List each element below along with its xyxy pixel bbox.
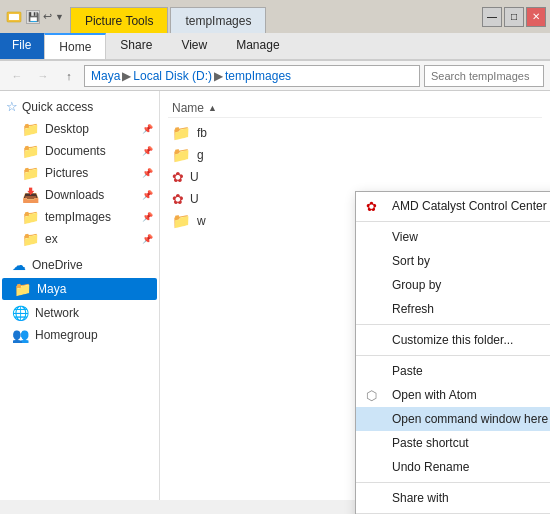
ctx-label-share-with: Share with	[392, 491, 449, 505]
sidebar-label-desktop: Desktop	[45, 122, 89, 136]
title-bar: 💾 ↩ ▼ Picture Tools tempImages — □ ✕	[0, 0, 550, 33]
ctx-item-amd[interactable]: ✿ AMD Catalyst Control Center	[356, 194, 550, 218]
pin-icon: 📌	[142, 146, 153, 156]
sort-arrow: ▲	[208, 103, 217, 113]
save-icon[interactable]: 💾	[26, 10, 40, 24]
ctx-separator-2	[356, 324, 550, 325]
column-name-label: Name	[172, 101, 204, 115]
folder-icon: 📁	[22, 209, 39, 225]
svg-rect-1	[9, 14, 19, 20]
sidebar-item-downloads[interactable]: 📥 Downloads 📌	[0, 184, 159, 206]
sidebar: ☆ Quick access 📁 Desktop 📌 📁 Documents 📌…	[0, 91, 160, 500]
file-item-g[interactable]: 📁 g	[168, 144, 542, 166]
sidebar-item-network[interactable]: 🌐 Network	[0, 302, 159, 324]
title-bar-left: 💾 ↩ ▼	[0, 0, 70, 33]
ctx-label-undo-rename: Undo Rename	[392, 460, 469, 474]
image-icon: ✿	[172, 191, 184, 207]
ctx-item-paste-shortcut[interactable]: Paste shortcut	[356, 431, 550, 455]
folder-icon: 📁	[22, 121, 39, 137]
sidebar-label-maya: Maya	[37, 282, 66, 296]
quick-access-label: Quick access	[22, 100, 93, 114]
title-tab-tempimages[interactable]: tempImages	[170, 7, 266, 33]
file-name: U	[190, 170, 199, 184]
ctx-separator-3	[356, 355, 550, 356]
ctx-label-view: View	[392, 230, 418, 244]
address-bar: ← → ↑ Maya ▶ Local Disk (D:) ▶ tempImage…	[0, 61, 550, 91]
undo-icon[interactable]: ↩	[43, 10, 52, 23]
path-part-tempimages[interactable]: tempImages	[225, 69, 291, 83]
close-button[interactable]: ✕	[526, 7, 546, 27]
ctx-item-customize[interactable]: Customize this folder...	[356, 328, 550, 352]
column-header-name[interactable]: Name ▲	[168, 99, 542, 118]
sidebar-label-ex: ex	[45, 232, 58, 246]
tab-file[interactable]: File	[0, 33, 44, 59]
sidebar-item-maya[interactable]: 📁 Maya	[2, 278, 157, 300]
folder-icon: 📁	[172, 212, 191, 230]
search-input[interactable]	[424, 65, 544, 87]
sidebar-label-documents: Documents	[45, 144, 106, 158]
file-list: Name ▲ 📁 fb 📁 g ✿ U ✿ U 📁 w	[160, 91, 550, 500]
file-item-u1[interactable]: ✿ U	[168, 166, 542, 188]
sidebar-item-ex[interactable]: 📁 ex 📌	[0, 228, 159, 250]
sidebar-item-pictures[interactable]: 📁 Pictures 📌	[0, 162, 159, 184]
tab-share[interactable]: Share	[106, 33, 167, 59]
main-area: ☆ Quick access 📁 Desktop 📌 📁 Documents 📌…	[0, 91, 550, 500]
ctx-item-open-atom[interactable]: ⬡ Open with Atom	[356, 383, 550, 407]
ctx-item-share-with[interactable]: Share with ▶	[356, 486, 550, 510]
ctx-item-undo-rename[interactable]: Undo Rename Ctrl+Z	[356, 455, 550, 479]
address-path[interactable]: Maya ▶ Local Disk (D:) ▶ tempImages	[84, 65, 420, 87]
sidebar-label-tempimages: tempImages	[45, 210, 111, 224]
up-button[interactable]: ↑	[58, 65, 80, 87]
sidebar-label-onedrive: OneDrive	[32, 258, 83, 272]
ctx-label-sortby: Sort by	[392, 254, 430, 268]
ctx-item-groupby[interactable]: Group by ▶	[356, 273, 550, 297]
dropdown-icon[interactable]: ▼	[55, 12, 64, 22]
path-sep-2: ▶	[214, 69, 223, 83]
ribbon-tabs: File Home Share View Manage	[0, 33, 550, 60]
pin-icon: 📌	[142, 234, 153, 244]
amd-icon: ✿	[366, 199, 377, 214]
sidebar-item-desktop[interactable]: 📁 Desktop 📌	[0, 118, 159, 140]
ctx-separator-1	[356, 221, 550, 222]
ctx-item-refresh[interactable]: Refresh	[356, 297, 550, 321]
atom-icon: ⬡	[366, 388, 377, 403]
ctx-label-amd: AMD Catalyst Control Center	[392, 199, 547, 213]
folder-icon: 📁	[22, 165, 39, 181]
minimize-button[interactable]: —	[482, 7, 502, 27]
tab-view[interactable]: View	[167, 33, 222, 59]
sidebar-label-homegroup: Homegroup	[35, 328, 98, 342]
ctx-item-open-cmd[interactable]: Open command window here	[356, 407, 550, 431]
ctx-label-paste-shortcut: Paste shortcut	[392, 436, 469, 450]
sidebar-item-onedrive[interactable]: ☁ OneDrive	[0, 254, 159, 276]
back-button[interactable]: ←	[6, 65, 28, 87]
pin-icon: 📌	[142, 168, 153, 178]
pin-icon: 📌	[142, 212, 153, 222]
ctx-label-refresh: Refresh	[392, 302, 434, 316]
tab-home[interactable]: Home	[44, 33, 106, 59]
folder-icon: 📁	[22, 143, 39, 159]
path-part-maya[interactable]: Maya	[91, 69, 120, 83]
path-sep-1: ▶	[122, 69, 131, 83]
ctx-item-paste[interactable]: Paste	[356, 359, 550, 383]
sidebar-item-homegroup[interactable]: 👥 Homegroup	[0, 324, 159, 346]
sidebar-item-tempimages[interactable]: 📁 tempImages 📌	[0, 206, 159, 228]
tab-manage[interactable]: Manage	[222, 33, 294, 59]
forward-button[interactable]: →	[32, 65, 54, 87]
maximize-button[interactable]: □	[504, 7, 524, 27]
ctx-item-sortby[interactable]: Sort by ▶	[356, 249, 550, 273]
image-icon: ✿	[172, 169, 184, 185]
ctx-item-view[interactable]: View ▶	[356, 225, 550, 249]
ctx-label-paste: Paste	[392, 364, 423, 378]
sidebar-item-documents[interactable]: 📁 Documents 📌	[0, 140, 159, 162]
folder-icon: 📁	[22, 231, 39, 247]
file-name: g	[197, 148, 204, 162]
path-part-localdisk[interactable]: Local Disk (D:)	[133, 69, 212, 83]
folder-icon: 📁	[172, 124, 191, 142]
ctx-separator-4	[356, 482, 550, 483]
file-item-fb[interactable]: 📁 fb	[168, 122, 542, 144]
title-tab-picture-tools[interactable]: Picture Tools	[70, 7, 168, 33]
title-tabs: Picture Tools tempImages	[70, 0, 478, 33]
folder-icon: 📁	[172, 146, 191, 164]
quick-access-header[interactable]: ☆ Quick access	[0, 95, 159, 118]
sidebar-label-network: Network	[35, 306, 79, 320]
